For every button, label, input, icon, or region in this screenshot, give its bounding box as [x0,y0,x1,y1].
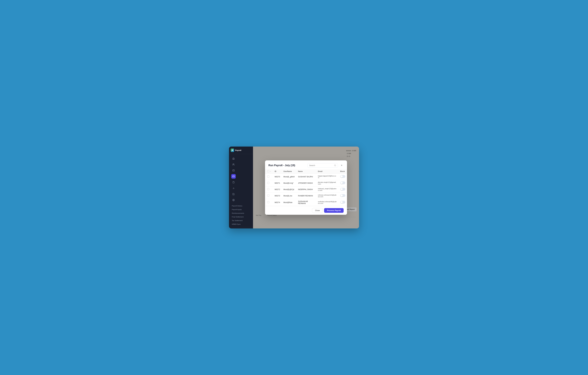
th-block: Block [338,169,347,174]
submenu-hrms-sync[interactable]: HRMS Sync [230,222,253,226]
row-name-0: SUSHANT BAJPAI [296,173,316,180]
submenu-final-settlement[interactable]: Final Settlement [230,215,253,219]
th-id: ID [273,169,282,174]
row-username-3: Mool@.(rw: [282,193,296,199]
modal-header: Run Payroll - July (19) × [265,160,347,169]
screen-wrapper: Payroll [229,147,359,228]
svg-rect-2 [233,170,234,172]
row-checkbox-2[interactable] [267,188,269,190]
sidebar-item-documents[interactable] [231,180,236,184]
submenu-reimbursements[interactable]: Reimbursements [230,211,253,215]
row-id-2: M0272 [273,186,282,193]
row-block-3 [338,193,347,199]
svg-point-1 [233,164,233,164]
sidebar-bottom [229,227,253,228]
sort-icon [270,171,271,172]
app-logo [231,149,234,152]
table-row: M0272 Mool@)@Cjd INDERPAL SINGH inderpal… [265,186,347,193]
row-username-1: Mool@rvUg* [282,180,296,186]
row-block-4 [338,199,347,206]
table-row: M0274 Mool@ftste SUDHAKAR REHMAN sudhaka… [265,199,347,206]
row-name-1: JITENDER SINGH [296,180,316,186]
svg-point-11 [233,200,234,200]
row-id-4: M0274 [273,199,282,206]
modal-overlay: Run Payroll - July (19) × [253,147,359,228]
row-checkbox-0[interactable] [267,175,269,177]
th-name: Name [296,169,316,174]
row-username-4: Mool@ftste [282,199,296,206]
run-payroll-modal: Run Payroll - July (19) × [265,160,347,215]
row-toggle-0[interactable] [340,175,345,178]
search-input[interactable] [309,164,333,166]
submenu-tax-settlement[interactable]: Tax Settlement [230,219,253,222]
sidebar-item-settings[interactable] [231,198,236,202]
row-block-0 [338,173,347,180]
row-name-4: SUDHAKAR REHMAN [296,199,316,206]
row-block-2 [338,186,347,193]
row-checkbox-4[interactable] [267,201,269,203]
row-block-1 [338,180,347,186]
row-toggle-2[interactable] [340,188,345,191]
table-row: M0270 Mool@_gMsH SUSHANT BAJPAI bajpai.b… [265,173,347,180]
close-button[interactable]: Close [312,208,323,213]
th-checkbox [265,169,273,174]
sidebar-item-checklist[interactable] [231,192,236,196]
modal-title: Run Payroll - July (19) [268,164,295,167]
row-email-4: sudhakar.rehman96@yahoo.com [316,199,338,206]
th-email: Email [316,169,338,174]
row-name-2: INDERPAL SINGH [296,186,316,193]
main-content: lement : 0 INR : 0 INR : 0 / 0 Process P… [253,147,359,228]
sidebar: Payroll [229,147,253,228]
modal-close-btn[interactable]: × [340,163,344,167]
row-checkbox-cell [265,173,273,180]
svg-point-14 [335,165,336,166]
select-all-checkbox[interactable] [267,170,269,172]
svg-rect-6 [232,176,234,177]
table-header: ID UserName Name Email [265,169,347,174]
row-checkbox-cell [265,180,273,186]
submenu-payroll-inputs[interactable]: Payroll Inputs [230,208,253,211]
modal-footer: Close Process Payroll [265,206,347,215]
payroll-submenu: Payroll History Payroll Inputs Reimburse… [229,204,253,226]
sidebar-item-reports[interactable] [231,186,236,191]
modal-table-wrapper[interactable]: ID UserName Name Email [265,169,347,206]
sidebar-item-home[interactable] [231,156,236,161]
employee-table: ID UserName Name Email [265,169,347,206]
row-id-3: M0273 [273,193,282,199]
row-toggle-3[interactable] [340,194,345,197]
sidebar-item-payroll[interactable] [231,174,236,179]
sidebar-item-calendar[interactable] [231,168,236,173]
row-checkbox-cell [265,193,273,199]
row-checkbox-cell [265,199,273,206]
table-row: M0271 Mool@rvUg* JITENDER SINGH jitender… [265,180,347,186]
sidebar-item-people[interactable] [231,162,236,167]
row-email-2: inderpal_singh123@yahoo.com [316,186,338,193]
row-id-0: M0270 [273,173,282,180]
svg-marker-0 [231,149,233,151]
row-username-0: Mool@_gMsH [282,173,296,180]
row-email-0: bajpai.bajpai123@live.com [316,173,338,180]
row-username-2: Mool@)@Cjd [282,186,296,193]
row-toggle-1[interactable] [340,182,345,184]
modal-search-container [307,163,338,168]
table-row: M0273 Mool@.(rw: RANBIR REHMAN rehman.re… [265,193,347,199]
row-toggle-4[interactable] [340,201,345,203]
th-username: UserName [282,169,296,174]
row-email-3: rehman.rehman121@yahoo.com [316,193,338,199]
submenu-payroll-history[interactable]: Payroll History [230,204,253,208]
row-name-3: RANBIR REHMAN [296,193,316,199]
row-email-1: jitender.singh121@gmail.com [316,180,338,186]
search-icon [334,164,336,166]
process-payroll-button[interactable]: Process Payroll [324,208,344,213]
table-body: M0270 Mool@_gMsH SUSHANT BAJPAI bajpai.b… [265,173,347,206]
row-id-1: M0271 [273,180,282,186]
row-checkbox-1[interactable] [267,182,269,184]
row-checkbox-cell [265,186,273,193]
sidebar-header: Payroll [229,147,253,154]
row-checkbox-3[interactable] [267,194,269,197]
sidebar-app-title: Payroll [235,149,241,151]
sidebar-nav: Payroll History Payroll Inputs Reimburse… [229,154,253,227]
